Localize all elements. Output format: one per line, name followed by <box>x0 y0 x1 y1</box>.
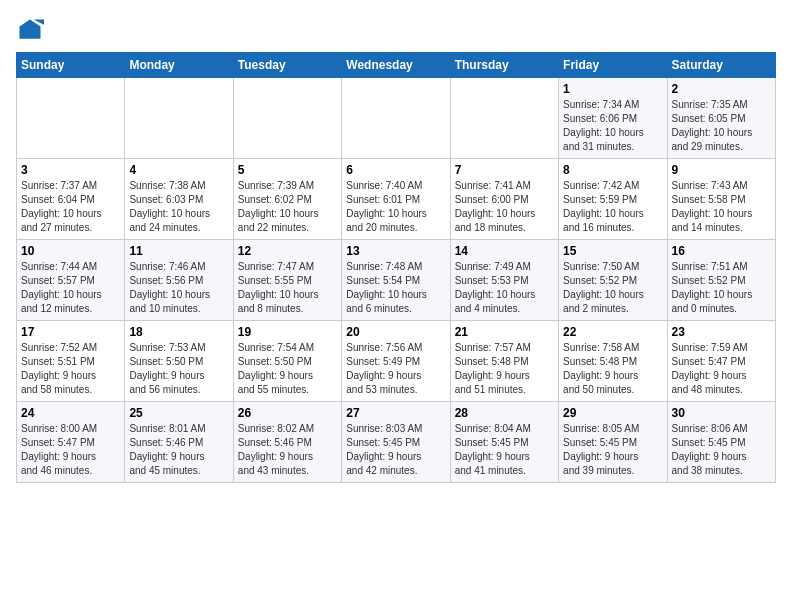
day-number: 19 <box>238 325 337 339</box>
day-info: Sunrise: 7:44 AM Sunset: 5:57 PM Dayligh… <box>21 260 120 316</box>
calendar-cell: 20Sunrise: 7:56 AM Sunset: 5:49 PM Dayli… <box>342 321 450 402</box>
day-number: 4 <box>129 163 228 177</box>
calendar-cell: 3Sunrise: 7:37 AM Sunset: 6:04 PM Daylig… <box>17 159 125 240</box>
day-number: 30 <box>672 406 771 420</box>
day-info: Sunrise: 7:43 AM Sunset: 5:58 PM Dayligh… <box>672 179 771 235</box>
day-info: Sunrise: 7:58 AM Sunset: 5:48 PM Dayligh… <box>563 341 662 397</box>
calendar-week-row: 1Sunrise: 7:34 AM Sunset: 6:06 PM Daylig… <box>17 78 776 159</box>
day-info: Sunrise: 8:03 AM Sunset: 5:45 PM Dayligh… <box>346 422 445 478</box>
calendar-week-row: 17Sunrise: 7:52 AM Sunset: 5:51 PM Dayli… <box>17 321 776 402</box>
day-info: Sunrise: 8:05 AM Sunset: 5:45 PM Dayligh… <box>563 422 662 478</box>
day-number: 1 <box>563 82 662 96</box>
calendar-cell <box>342 78 450 159</box>
day-info: Sunrise: 7:53 AM Sunset: 5:50 PM Dayligh… <box>129 341 228 397</box>
day-number: 17 <box>21 325 120 339</box>
logo-icon <box>16 16 44 44</box>
day-info: Sunrise: 7:42 AM Sunset: 5:59 PM Dayligh… <box>563 179 662 235</box>
calendar-cell: 5Sunrise: 7:39 AM Sunset: 6:02 PM Daylig… <box>233 159 341 240</box>
calendar-cell: 30Sunrise: 8:06 AM Sunset: 5:45 PM Dayli… <box>667 402 775 483</box>
calendar-cell <box>233 78 341 159</box>
day-info: Sunrise: 7:51 AM Sunset: 5:52 PM Dayligh… <box>672 260 771 316</box>
weekday-header-wednesday: Wednesday <box>342 53 450 78</box>
day-info: Sunrise: 7:38 AM Sunset: 6:03 PM Dayligh… <box>129 179 228 235</box>
day-info: Sunrise: 7:48 AM Sunset: 5:54 PM Dayligh… <box>346 260 445 316</box>
day-number: 18 <box>129 325 228 339</box>
day-info: Sunrise: 8:04 AM Sunset: 5:45 PM Dayligh… <box>455 422 554 478</box>
day-info: Sunrise: 7:57 AM Sunset: 5:48 PM Dayligh… <box>455 341 554 397</box>
day-number: 11 <box>129 244 228 258</box>
day-number: 25 <box>129 406 228 420</box>
weekday-header-tuesday: Tuesday <box>233 53 341 78</box>
calendar-cell: 22Sunrise: 7:58 AM Sunset: 5:48 PM Dayli… <box>559 321 667 402</box>
calendar-week-row: 10Sunrise: 7:44 AM Sunset: 5:57 PM Dayli… <box>17 240 776 321</box>
calendar-cell: 11Sunrise: 7:46 AM Sunset: 5:56 PM Dayli… <box>125 240 233 321</box>
calendar-cell: 2Sunrise: 7:35 AM Sunset: 6:05 PM Daylig… <box>667 78 775 159</box>
calendar-cell: 21Sunrise: 7:57 AM Sunset: 5:48 PM Dayli… <box>450 321 558 402</box>
calendar-cell: 28Sunrise: 8:04 AM Sunset: 5:45 PM Dayli… <box>450 402 558 483</box>
day-info: Sunrise: 8:01 AM Sunset: 5:46 PM Dayligh… <box>129 422 228 478</box>
calendar-cell: 23Sunrise: 7:59 AM Sunset: 5:47 PM Dayli… <box>667 321 775 402</box>
calendar-cell: 24Sunrise: 8:00 AM Sunset: 5:47 PM Dayli… <box>17 402 125 483</box>
day-number: 3 <box>21 163 120 177</box>
day-number: 12 <box>238 244 337 258</box>
calendar-week-row: 24Sunrise: 8:00 AM Sunset: 5:47 PM Dayli… <box>17 402 776 483</box>
calendar-cell: 16Sunrise: 7:51 AM Sunset: 5:52 PM Dayli… <box>667 240 775 321</box>
calendar-cell: 18Sunrise: 7:53 AM Sunset: 5:50 PM Dayli… <box>125 321 233 402</box>
day-number: 29 <box>563 406 662 420</box>
day-info: Sunrise: 7:41 AM Sunset: 6:00 PM Dayligh… <box>455 179 554 235</box>
day-info: Sunrise: 7:54 AM Sunset: 5:50 PM Dayligh… <box>238 341 337 397</box>
weekday-header-saturday: Saturday <box>667 53 775 78</box>
day-info: Sunrise: 7:34 AM Sunset: 6:06 PM Dayligh… <box>563 98 662 154</box>
weekday-header-friday: Friday <box>559 53 667 78</box>
calendar-cell: 27Sunrise: 8:03 AM Sunset: 5:45 PM Dayli… <box>342 402 450 483</box>
day-info: Sunrise: 8:02 AM Sunset: 5:46 PM Dayligh… <box>238 422 337 478</box>
day-number: 28 <box>455 406 554 420</box>
weekday-header-thursday: Thursday <box>450 53 558 78</box>
calendar-cell <box>17 78 125 159</box>
day-number: 2 <box>672 82 771 96</box>
day-number: 13 <box>346 244 445 258</box>
day-number: 9 <box>672 163 771 177</box>
calendar-cell: 17Sunrise: 7:52 AM Sunset: 5:51 PM Dayli… <box>17 321 125 402</box>
day-number: 23 <box>672 325 771 339</box>
day-number: 14 <box>455 244 554 258</box>
calendar-cell: 9Sunrise: 7:43 AM Sunset: 5:58 PM Daylig… <box>667 159 775 240</box>
svg-marker-0 <box>20 20 41 39</box>
calendar-cell: 10Sunrise: 7:44 AM Sunset: 5:57 PM Dayli… <box>17 240 125 321</box>
day-info: Sunrise: 7:50 AM Sunset: 5:52 PM Dayligh… <box>563 260 662 316</box>
calendar-cell: 12Sunrise: 7:47 AM Sunset: 5:55 PM Dayli… <box>233 240 341 321</box>
day-info: Sunrise: 7:37 AM Sunset: 6:04 PM Dayligh… <box>21 179 120 235</box>
day-info: Sunrise: 7:35 AM Sunset: 6:05 PM Dayligh… <box>672 98 771 154</box>
calendar-cell: 14Sunrise: 7:49 AM Sunset: 5:53 PM Dayli… <box>450 240 558 321</box>
weekday-header-row: SundayMondayTuesdayWednesdayThursdayFrid… <box>17 53 776 78</box>
calendar-cell: 8Sunrise: 7:42 AM Sunset: 5:59 PM Daylig… <box>559 159 667 240</box>
calendar-cell: 29Sunrise: 8:05 AM Sunset: 5:45 PM Dayli… <box>559 402 667 483</box>
day-info: Sunrise: 7:52 AM Sunset: 5:51 PM Dayligh… <box>21 341 120 397</box>
day-info: Sunrise: 7:46 AM Sunset: 5:56 PM Dayligh… <box>129 260 228 316</box>
weekday-header-monday: Monday <box>125 53 233 78</box>
day-number: 6 <box>346 163 445 177</box>
calendar-cell: 6Sunrise: 7:40 AM Sunset: 6:01 PM Daylig… <box>342 159 450 240</box>
calendar-week-row: 3Sunrise: 7:37 AM Sunset: 6:04 PM Daylig… <box>17 159 776 240</box>
calendar-cell: 13Sunrise: 7:48 AM Sunset: 5:54 PM Dayli… <box>342 240 450 321</box>
day-number: 24 <box>21 406 120 420</box>
calendar-cell <box>125 78 233 159</box>
calendar-cell: 19Sunrise: 7:54 AM Sunset: 5:50 PM Dayli… <box>233 321 341 402</box>
day-number: 22 <box>563 325 662 339</box>
day-number: 10 <box>21 244 120 258</box>
calendar-cell: 4Sunrise: 7:38 AM Sunset: 6:03 PM Daylig… <box>125 159 233 240</box>
calendar-cell: 25Sunrise: 8:01 AM Sunset: 5:46 PM Dayli… <box>125 402 233 483</box>
calendar-body: 1Sunrise: 7:34 AM Sunset: 6:06 PM Daylig… <box>17 78 776 483</box>
day-info: Sunrise: 7:56 AM Sunset: 5:49 PM Dayligh… <box>346 341 445 397</box>
calendar-cell: 26Sunrise: 8:02 AM Sunset: 5:46 PM Dayli… <box>233 402 341 483</box>
day-info: Sunrise: 8:00 AM Sunset: 5:47 PM Dayligh… <box>21 422 120 478</box>
day-number: 16 <box>672 244 771 258</box>
day-info: Sunrise: 7:39 AM Sunset: 6:02 PM Dayligh… <box>238 179 337 235</box>
day-info: Sunrise: 7:40 AM Sunset: 6:01 PM Dayligh… <box>346 179 445 235</box>
day-number: 21 <box>455 325 554 339</box>
day-info: Sunrise: 7:49 AM Sunset: 5:53 PM Dayligh… <box>455 260 554 316</box>
day-number: 8 <box>563 163 662 177</box>
calendar-cell <box>450 78 558 159</box>
calendar-header: SundayMondayTuesdayWednesdayThursdayFrid… <box>17 53 776 78</box>
day-info: Sunrise: 8:06 AM Sunset: 5:45 PM Dayligh… <box>672 422 771 478</box>
